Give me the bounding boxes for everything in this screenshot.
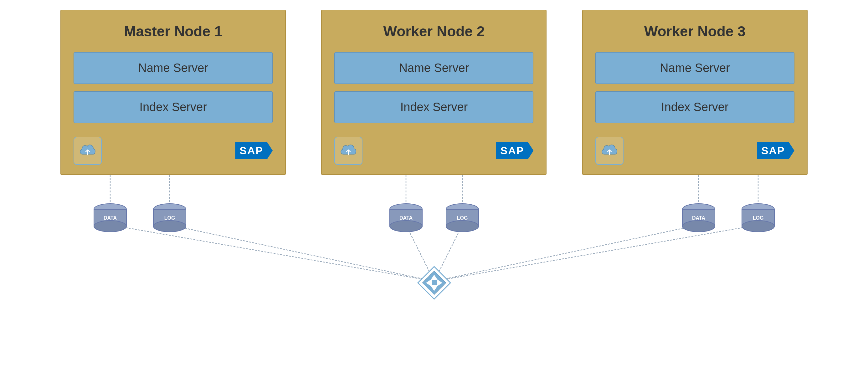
svg-text:DATA: DATA [103, 215, 117, 221]
worker-node-3-cloud-icon [595, 137, 623, 165]
svg-line-9 [434, 225, 699, 281]
worker-node-2-sap-logo: SAP [496, 142, 534, 159]
worker-node-2-index-server: Index Server [334, 91, 533, 123]
svg-point-26 [446, 221, 478, 232]
master-node-1-sap-logo: SAP [235, 142, 273, 159]
svg-point-14 [94, 221, 126, 232]
svg-point-18 [153, 221, 186, 232]
master-node-1-title: Master Node 1 [124, 23, 222, 40]
worker-node-2-footer: SAP [334, 137, 533, 165]
connections-svg: DATA LOG DATA LOG DATA LO [27, 175, 841, 300]
master-node-1-footer: SAP [73, 137, 273, 165]
worker-node-3-name-server: Name Server [595, 52, 795, 84]
worker-node-3: Worker Node 3 Name Server Index Server S… [582, 10, 808, 175]
svg-point-34 [742, 221, 774, 232]
svg-text:LOG: LOG [164, 215, 175, 221]
worker-node-3-index-server: Index Server [595, 91, 795, 123]
worker-node-3-footer: SAP [595, 137, 795, 165]
worker-node-3-title: Worker Node 3 [644, 23, 746, 40]
master-node-1-cloud-icon [73, 137, 102, 165]
diagram-container: Master Node 1 Name Server Index Server S… [27, 10, 841, 373]
master-node-1-index-server: Index Server [73, 91, 273, 123]
svg-text:DATA: DATA [692, 215, 705, 221]
master-node-1-name-server: Name Server [73, 52, 273, 84]
svg-line-2 [169, 225, 434, 281]
worker-node-3-sap-logo: SAP [757, 142, 795, 159]
worker-node-2-cloud-icon [334, 137, 363, 165]
worker-node-2: Worker Node 2 Name Server Index Server S… [321, 10, 547, 175]
master-node-1: Master Node 1 Name Server Index Server S… [60, 10, 286, 175]
svg-text:DATA: DATA [399, 215, 412, 221]
nodes-row: Master Node 1 Name Server Index Server S… [27, 10, 841, 175]
connections-area: DATA LOG DATA LOG DATA LO [27, 175, 841, 300]
svg-line-11 [110, 225, 434, 281]
svg-point-30 [682, 221, 715, 232]
svg-text:LOG: LOG [752, 215, 764, 221]
worker-node-2-title: Worker Node 2 [383, 23, 485, 40]
svg-point-22 [390, 221, 422, 232]
svg-line-10 [434, 225, 758, 281]
worker-node-2-name-server: Name Server [334, 52, 533, 84]
svg-text:LOG: LOG [457, 215, 468, 221]
